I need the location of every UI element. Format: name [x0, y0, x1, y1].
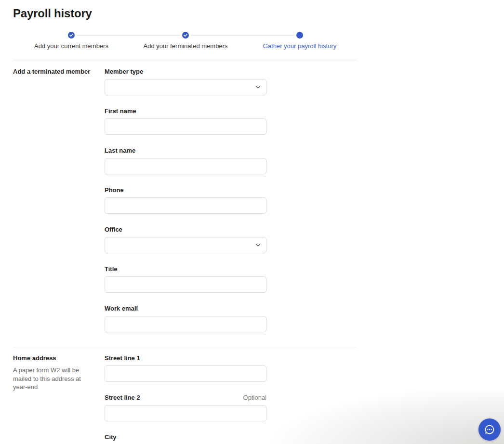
step-label: Add your terminated members	[144, 42, 228, 50]
chevron-down-icon	[255, 242, 261, 248]
chat-launcher-button[interactable]	[478, 418, 501, 441]
field-street-line-2: Street line 2 Optional	[105, 394, 266, 421]
field-label: Phone	[105, 187, 124, 194]
page-title: Payroll history	[13, 7, 92, 20]
section-add-terminated-member: Add a terminated member Member type Firs…	[13, 60, 357, 347]
field-label: Street line 1	[105, 355, 140, 362]
optional-tag: Optional	[243, 394, 266, 401]
field-title: Title	[105, 266, 266, 293]
chevron-down-icon	[255, 84, 261, 91]
field-label: Office	[105, 226, 122, 233]
field-office: Office	[105, 226, 266, 253]
field-label: Street line 2	[105, 394, 140, 401]
field-label: First name	[105, 108, 136, 115]
work-email-input[interactable]	[105, 316, 266, 332]
step-add-current-members[interactable]: Add your current members	[18, 32, 124, 50]
step-label: Gather your payroll history	[263, 42, 336, 50]
first-name-input[interactable]	[105, 118, 266, 135]
field-label: City	[105, 434, 117, 441]
check-circle-icon	[68, 32, 75, 39]
street-line-2-input[interactable]	[105, 405, 266, 421]
progress-stepper: Add your current members Add your termin…	[13, 32, 357, 51]
field-city: City	[105, 434, 266, 444]
field-last-name: Last name	[105, 147, 266, 174]
street-line-1-input[interactable]	[105, 366, 266, 382]
step-add-terminated-members[interactable]: Add your terminated members	[133, 32, 239, 50]
last-name-input[interactable]	[105, 158, 266, 174]
field-phone: Phone	[105, 187, 266, 214]
section-heading: Add a terminated member	[13, 68, 96, 75]
field-label: Title	[105, 266, 118, 273]
field-label: Member type	[105, 68, 143, 75]
title-input[interactable]	[105, 276, 266, 293]
field-label: Work email	[105, 305, 138, 312]
member-type-select[interactable]	[105, 79, 266, 95]
section-help-text: A paper form W2 will be mailed to this a…	[13, 366, 94, 392]
phone-input[interactable]	[105, 197, 266, 214]
field-label: Last name	[105, 147, 135, 154]
check-circle-icon	[182, 32, 189, 39]
field-street-line-1: Street line 1	[105, 355, 266, 382]
office-select[interactable]	[105, 237, 266, 253]
field-work-email: Work email	[105, 305, 266, 332]
section-home-address: Home address A paper form W2 will be mai…	[13, 347, 357, 444]
section-heading: Home address	[13, 355, 96, 362]
field-first-name: First name	[105, 108, 266, 135]
chat-bubble-icon	[483, 423, 496, 436]
step-gather-payroll-history[interactable]: Gather your payroll history	[247, 32, 353, 50]
filled-dot-icon	[296, 32, 303, 39]
step-label: Add your current members	[34, 42, 108, 50]
payroll-history-form: Add a terminated member Member type Firs…	[13, 60, 357, 444]
field-member-type: Member type	[105, 68, 266, 95]
